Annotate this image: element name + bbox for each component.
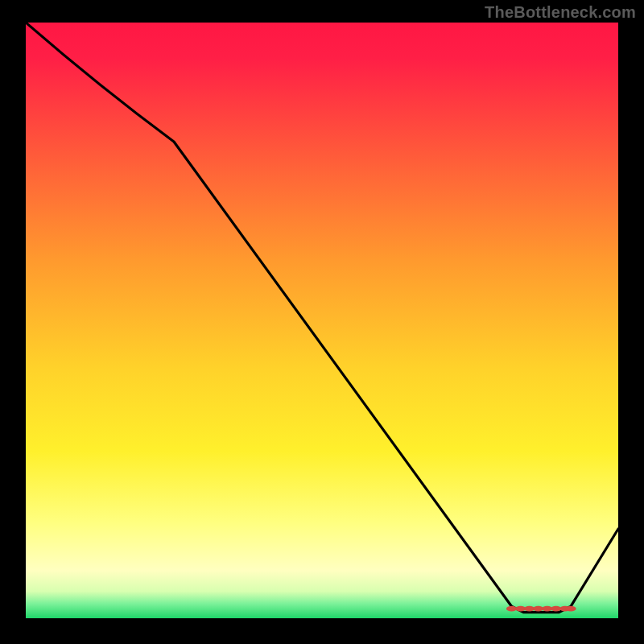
chart-svg	[26, 23, 618, 618]
marker-group	[506, 606, 576, 612]
marker-dot	[533, 606, 543, 612]
gradient-background	[26, 23, 618, 618]
chart-frame: TheBottleneck.com	[0, 0, 644, 644]
marker-dot	[506, 606, 517, 612]
marker-dot	[551, 606, 561, 612]
watermark-text: TheBottleneck.com	[485, 3, 636, 22]
marker-dot	[566, 606, 576, 612]
plot-area	[26, 23, 618, 618]
